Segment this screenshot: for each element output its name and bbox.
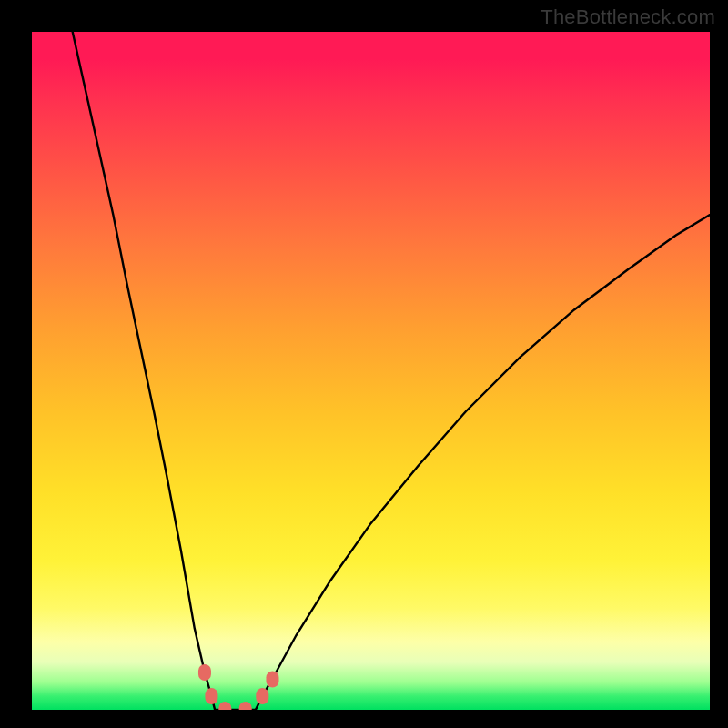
marker-bottom-left xyxy=(218,702,231,710)
chart-frame: TheBottleneck.com xyxy=(0,0,728,728)
marker-right-upper xyxy=(266,671,278,687)
marker-left-upper xyxy=(198,664,211,681)
marker-bottom-right xyxy=(239,702,252,710)
bottleneck-curve-svg xyxy=(32,32,710,710)
watermark-text: TheBottleneck.com xyxy=(541,5,715,29)
curve-right-branch xyxy=(256,215,710,710)
marker-left-lower xyxy=(205,688,217,704)
marker-right-lower xyxy=(256,688,268,704)
plot-area xyxy=(32,32,710,710)
curve-left-branch xyxy=(73,32,215,710)
